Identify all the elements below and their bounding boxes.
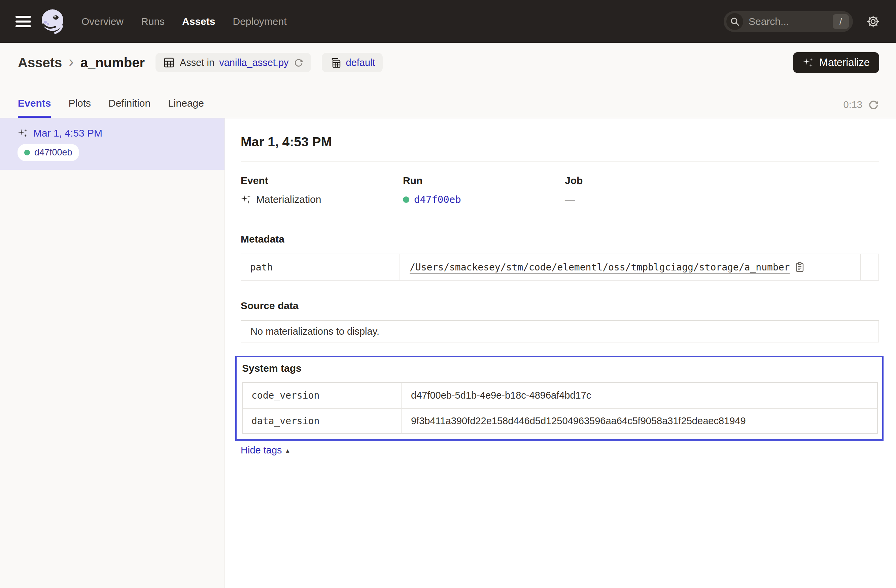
caret-up-icon: ▴ [286,447,290,454]
run-id-badge[interactable]: d47f00eb [17,144,79,161]
job-empty-value: — [565,194,575,205]
search-input[interactable] [748,16,833,27]
hide-tags-link[interactable]: Hide tags ▴ [241,445,290,456]
layered-grid-icon [329,56,341,68]
nav-link-deployment[interactable]: Deployment [233,16,286,27]
search-icon [726,13,743,30]
table-row: code_version d47f00eb-5d1b-4e9e-b18c-489… [243,383,877,408]
table-row: data_version 9f3b411a390fd22e158d446d5d1… [243,408,877,433]
tab-lineage[interactable]: Lineage [168,97,204,118]
asset-file-link[interactable]: vanilla_asset.py [219,57,288,68]
event-column-label: Event [241,175,403,186]
search-box[interactable]: / [724,11,853,32]
tag-key: code_version [243,383,402,408]
tag-key: data_version [243,409,402,433]
metadata-heading: Metadata [241,234,879,245]
run-status-dot-icon [24,150,30,155]
event-list-item[interactable]: Mar 1, 4:53 PM d47f00eb [0,119,224,170]
run-id-label: d47f00eb [34,147,72,158]
run-column-label: Run [403,175,565,186]
grid-table-icon [163,56,175,68]
row-action-cell [860,254,879,280]
source-data-empty-message: No materializations to display. [250,326,379,337]
path-value-link[interactable]: /Users/smackesey/stm/code/elementl/oss/t… [410,262,789,273]
tab-bar: Events Plots Definition Lineage [18,97,204,118]
tab-plots[interactable]: Plots [68,97,91,118]
page-title: a_number [81,55,145,70]
sparkles-icon [802,57,814,68]
search-shortcut-key: / [833,14,849,29]
events-sidebar: Mar 1, 4:53 PM d47f00eb [0,119,225,588]
refresh-icon[interactable] [868,99,879,110]
settings-gear-icon[interactable] [866,15,880,28]
metadata-table: path /Users/smackesey/stm/code/elementl/… [241,254,879,281]
source-data-empty-box: No materializations to display. [241,320,879,342]
event-summary-columns: Event Materialization Run d47f00eb [241,175,879,205]
system-tags-heading: System tags [242,363,878,374]
source-data-heading: Source data [241,300,879,311]
materialize-label: Materialize [819,56,870,68]
repo-default-link[interactable]: default [346,57,375,68]
top-nav: Overview Runs Assets Deployment / [0,0,896,43]
event-timestamp-link[interactable]: Mar 1, 4:53 PM [34,128,102,139]
reload-definition-icon[interactable] [294,58,303,68]
event-type-value: Materialization [256,194,321,205]
materialization-sparkles-icon [17,128,28,138]
event-detail-panel: Mar 1, 4:53 PM Event Materialization Run [225,119,896,588]
refresh-countdown: 0:13 [844,99,862,110]
system-tags-table: code_version d47f00eb-5d1b-4e9e-b18c-489… [242,382,878,434]
breadcrumb-chevron-icon: › [69,54,74,69]
page-header: Assets › a_number Asset in vanilla_asset… [0,43,896,119]
nav-link-assets[interactable]: Assets [182,16,215,27]
materialization-sparkles-icon [241,194,251,205]
copy-clipboard-icon[interactable] [795,262,805,272]
metadata-key: path [241,254,400,280]
divider [241,161,879,162]
nav-links: Overview Runs Assets Deployment [81,16,287,27]
nav-link-runs[interactable]: Runs [141,16,165,27]
run-id-link[interactable]: d47f00eb [414,194,461,205]
tab-definition[interactable]: Definition [108,97,151,118]
asset-in-label: Asset in [180,57,215,68]
asset-definition-badge: Asset in vanilla_asset.py [155,53,311,72]
tag-value: 9f3b411a390fd22e158d446d5d12504963596aa6… [402,409,877,433]
hide-tags-label: Hide tags [241,445,282,456]
run-status-dot-icon [403,196,409,203]
nav-link-overview[interactable]: Overview [81,16,123,27]
job-column-label: Job [565,175,879,186]
repository-badge: default [322,53,383,72]
breadcrumb: Assets › a_number [18,55,145,70]
dagster-logo-icon[interactable] [40,8,67,35]
tab-events[interactable]: Events [18,97,51,118]
tag-value: d47f00eb-5d1b-4e9e-b18c-4896af4bd17c [402,383,877,408]
table-row: path /Users/smackesey/stm/code/elementl/… [241,254,879,280]
nav-right: / [724,11,880,32]
menu-icon[interactable] [15,16,31,27]
system-tags-highlight-box: System tags code_version d47f00eb-5d1b-4… [235,356,884,441]
breadcrumb-assets-link[interactable]: Assets [18,55,62,70]
materialize-button[interactable]: Materialize [793,52,879,73]
event-detail-title: Mar 1, 4:53 PM [241,135,879,149]
